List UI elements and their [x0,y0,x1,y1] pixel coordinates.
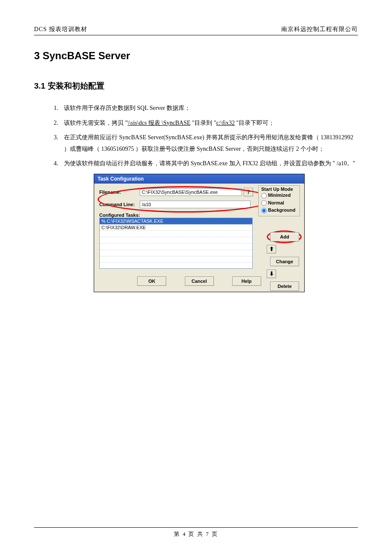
subsection-title: 3.1 安装和初始配置 [34,81,358,92]
ok-button[interactable]: OK [137,276,166,286]
path-link: c:\fix32 [216,120,235,126]
mode-background[interactable]: Background [261,207,297,214]
change-button[interactable]: Change [270,257,299,266]
dialog-titlebar: Task Configuration [94,174,304,184]
list-item: 为使该软件能自动运行并启动服务，请将其中的 SyncBASE.exe 加入 FI… [60,158,358,170]
list-item: 该软件用于保存历史数据到 SQL Server 数据库； [60,103,358,114]
mode-normal[interactable]: Normal [261,199,297,207]
list-item[interactable]: % C:\FIX32\WSACTASK.EXE [100,218,252,224]
delete-button[interactable]: Delete [270,282,299,291]
page-header: DCS 报表培训教材 南京科远控制工程有限公司 [34,26,358,35]
startup-mode-legend: Start Up Mode [261,187,297,192]
page-footer: 第 4 页 共 7 页 [34,527,358,538]
browse-button[interactable]: ? [244,188,253,196]
configured-tasks-list[interactable]: % C:\FIX32\WSACTASK.EXE C:\FIX32\DRAW.EX… [99,218,253,269]
path-link: \\sis\dcs 报表 \SyncBASE [127,120,190,126]
commandline-field[interactable] [140,201,251,208]
filename-field[interactable] [140,188,242,196]
move-up-button[interactable]: ⬆ [267,245,276,253]
cancel-button[interactable]: Cancel [185,276,214,286]
move-down-button[interactable]: ⬇ [267,270,276,278]
filename-label: Filename: [99,190,140,195]
section-title: 3 SyncBASE Server [34,50,358,62]
startup-mode-group: Start Up Mode Minimized Normal Backgroun… [258,185,300,216]
list-item[interactable]: C:\FIX32\DRAW.EXE [100,224,252,231]
add-button[interactable]: Add [270,232,299,242]
commandline-label: Command Line: [99,202,140,207]
mode-minimized[interactable]: Minimized [261,192,297,199]
list-item: 在正式使用前应运行 SyncBASE Server(SyncBASE.exe) … [60,132,358,155]
header-right: 南京科远控制工程有限公司 [281,26,358,33]
header-left: DCS 报表培训教材 [34,26,87,33]
list-item: 该软件无需安装，拷贝 "\\sis\dcs 报表 \SyncBASE "目录到 … [60,118,358,129]
instruction-list: 该软件用于保存历史数据到 SQL Server 数据库； 该软件无需安装，拷贝 … [34,103,358,170]
task-config-dialog: Task Configuration Filename: ? Command L… [94,174,305,292]
